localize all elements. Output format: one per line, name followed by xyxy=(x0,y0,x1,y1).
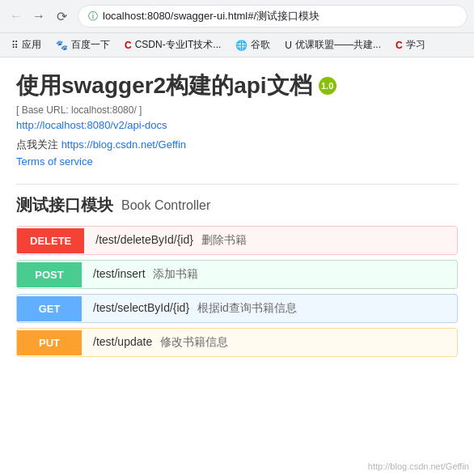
address-bar[interactable]: ⓘ localhost:8080/swagger-ui.html#/测试接口模块 xyxy=(78,5,468,28)
bookmark-csdn-label: CSDN-专业IT技术... xyxy=(135,38,222,52)
endpoints-container: DELETE/test/deleteById/{id} 删除书籍POST/tes… xyxy=(16,226,458,357)
bookmark-baidu[interactable]: 🐾 百度一下 xyxy=(51,36,115,53)
page-content: 使用swagger2构建的api文档 1.0 [ Base URL: local… xyxy=(0,57,474,475)
google-icon: 🌐 xyxy=(235,40,248,51)
bookmarks-bar: ⠿ 应用 🐾 百度一下 C CSDN-专业IT技术... 🌐 谷歌 U 优课联盟… xyxy=(0,32,474,57)
endpoint-post[interactable]: POST/test/insert 添加书籍 xyxy=(16,260,458,289)
controller-title: 测试接口模块 xyxy=(16,194,113,216)
baidu-icon: 🐾 xyxy=(56,40,68,51)
base-url-text: [ Base URL: localhost:8080/ ] xyxy=(16,104,458,116)
address-text: localhost:8080/swagger-ui.html#/测试接口模块 xyxy=(103,9,457,23)
bookmark-youke[interactable]: U 优课联盟——共建... xyxy=(280,36,386,53)
endpoint-desc-3: 修改书籍信息 xyxy=(160,335,228,348)
api-title-section: 使用swagger2构建的api文档 1.0 xyxy=(16,70,458,101)
method-badge-delete: DELETE xyxy=(17,228,84,253)
forward-button[interactable]: → xyxy=(29,6,49,26)
nav-buttons: ← → ⟳ xyxy=(6,6,71,26)
endpoint-path-3: /test/update 修改书籍信息 xyxy=(82,329,239,356)
method-badge-get: GET xyxy=(17,296,82,321)
follow-text: 点我关注 https://blog.csdn.net/Geffin xyxy=(16,138,458,152)
endpoint-delete[interactable]: DELETE/test/deleteById/{id} 删除书籍 xyxy=(16,226,458,255)
endpoint-desc-0: 删除书籍 xyxy=(201,233,247,246)
method-badge-post: POST xyxy=(17,262,82,287)
endpoint-path-2: /test/selectById/{id} 根据id查询书籍信息 xyxy=(82,295,308,322)
terms-of-service-link[interactable]: Terms of service xyxy=(16,155,458,168)
endpoint-get[interactable]: GET/test/selectById/{id} 根据id查询书籍信息 xyxy=(16,294,458,323)
bookmark-google[interactable]: 🌐 谷歌 xyxy=(231,36,275,53)
follow-link[interactable]: https://blog.csdn.net/Geffin xyxy=(61,138,186,151)
bookmark-csdn[interactable]: C CSDN-专业IT技术... xyxy=(120,36,226,53)
controller-header: 测试接口模块 Book Controller xyxy=(16,194,458,216)
bookmark-apps[interactable]: ⠿ 应用 xyxy=(6,36,46,53)
browser-toolbar: ← → ⟳ ⓘ localhost:8080/swagger-ui.html#/… xyxy=(0,0,474,32)
endpoint-path-0: /test/deleteById/{id} 删除书籍 xyxy=(84,227,258,254)
watermark: http://blog.csdn.net/Geffin xyxy=(368,461,469,471)
endpoint-desc-2: 根据id查询书籍信息 xyxy=(197,301,297,314)
api-title-text: 使用swagger2构建的api文档 xyxy=(16,70,312,101)
endpoint-desc-1: 添加书籍 xyxy=(153,267,198,280)
bookmark-study[interactable]: C 学习 xyxy=(391,36,430,53)
divider xyxy=(16,184,458,185)
back-button[interactable]: ← xyxy=(6,6,26,26)
controller-name: Book Controller xyxy=(121,198,210,213)
csdn-icon: C xyxy=(125,40,132,51)
api-docs-link[interactable]: http://localhost:8080/v2/api-docs xyxy=(16,119,458,131)
bookmark-study-label: 学习 xyxy=(406,38,425,52)
study-icon: C xyxy=(396,40,403,51)
youke-icon: U xyxy=(285,40,292,51)
endpoint-path-1: /test/insert 添加书籍 xyxy=(82,261,209,288)
browser-chrome: ← → ⟳ ⓘ localhost:8080/swagger-ui.html#/… xyxy=(0,0,474,57)
version-badge: 1.0 xyxy=(319,77,336,95)
refresh-button[interactable]: ⟳ xyxy=(52,6,71,26)
bookmark-apps-label: 应用 xyxy=(22,38,41,52)
bookmark-baidu-label: 百度一下 xyxy=(71,38,110,52)
lock-icon: ⓘ xyxy=(88,10,98,23)
method-badge-put: PUT xyxy=(17,330,82,355)
bookmark-youke-label: 优课联盟——共建... xyxy=(295,38,381,52)
endpoint-put[interactable]: PUT/test/update 修改书籍信息 xyxy=(16,328,458,357)
bookmark-google-label: 谷歌 xyxy=(251,38,270,52)
apps-icon: ⠿ xyxy=(11,40,19,51)
